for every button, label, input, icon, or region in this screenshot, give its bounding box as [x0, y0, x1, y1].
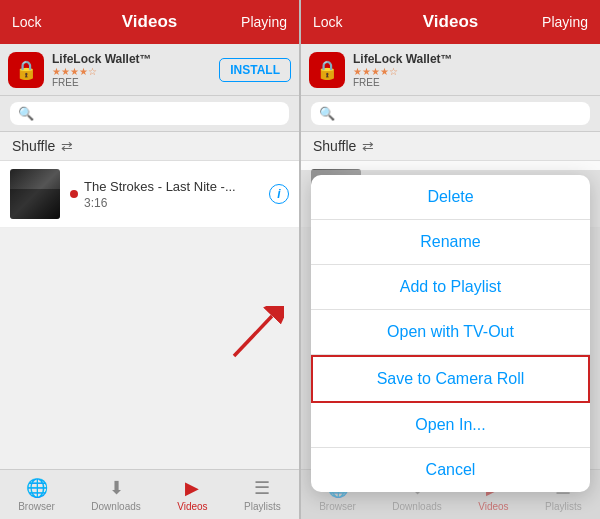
ad-banner-left: 🔒 LifeLock Wallet™ ★★★★☆ FREE INSTALL: [0, 44, 299, 96]
ad-name-left: LifeLock Wallet™: [52, 52, 219, 66]
ad-text-left: LifeLock Wallet™ ★★★★☆ FREE: [52, 52, 219, 88]
videos-icon-left: ▶: [185, 477, 199, 499]
context-add-to-playlist[interactable]: Add to Playlist: [311, 265, 590, 310]
shuffle-label-right[interactable]: Shuffle: [313, 138, 356, 154]
search-icon-left: 🔍: [18, 106, 34, 121]
context-open-tv-out[interactable]: Open with TV-Out: [311, 310, 590, 355]
search-bar-left: 🔍: [0, 96, 299, 132]
svg-line-1: [234, 316, 272, 356]
shuffle-row-right: Shuffle ⇄: [301, 132, 600, 161]
shuffle-icon-right[interactable]: ⇄: [362, 138, 374, 154]
downloads-icon-left: ⬇: [109, 477, 124, 499]
ad-text-right: LifeLock Wallet™ ★★★★☆ FREE: [353, 52, 592, 88]
screen-title-right: Videos: [423, 12, 478, 32]
tab-bar-left: 🌐 Browser ⬇ Downloads ▶ Videos ☰ Playlis…: [0, 469, 299, 519]
right-screen: Lock Videos Playing 🔒 LifeLock Wallet™ ★…: [301, 0, 600, 519]
track-title-left: The Strokes - Last Nite -...: [84, 179, 269, 194]
screen-title-left: Videos: [122, 12, 177, 32]
context-delete[interactable]: Delete: [311, 175, 590, 220]
red-arrow-svg: [214, 306, 284, 361]
browser-icon-left: 🌐: [26, 477, 48, 499]
playing-label-left: Playing: [227, 14, 287, 30]
ad-icon-right: 🔒: [309, 52, 345, 88]
top-bar-left: Lock Videos Playing: [0, 0, 299, 44]
search-bar-right: 🔍: [301, 96, 600, 132]
ad-free-right: FREE: [353, 77, 592, 88]
ad-stars-left: ★★★★☆: [52, 66, 219, 77]
ad-name-right: LifeLock Wallet™: [353, 52, 592, 66]
track-duration-left: 3:16: [84, 196, 269, 210]
lock-button-right[interactable]: Lock: [313, 14, 373, 30]
context-cancel[interactable]: Cancel: [311, 448, 590, 492]
shuffle-row-left: Shuffle ⇄: [0, 132, 299, 161]
arrow-annotation: [214, 306, 284, 365]
search-input-wrap-left: 🔍: [10, 102, 289, 125]
context-menu: Delete Rename Add to Playlist Open with …: [311, 175, 590, 492]
search-icon-right: 🔍: [319, 106, 335, 121]
tab-downloads-label-left: Downloads: [91, 501, 140, 512]
playing-label-right: Playing: [528, 14, 588, 30]
tab-videos-left[interactable]: ▶ Videos: [177, 477, 207, 512]
track-item-left[interactable]: The Strokes - Last Nite -... 3:16 i: [0, 161, 299, 228]
shuffle-icon-left[interactable]: ⇄: [61, 138, 73, 154]
tab-browser-label-left: Browser: [18, 501, 55, 512]
tab-browser-left[interactable]: 🌐 Browser: [18, 477, 55, 512]
info-icon-left[interactable]: i: [269, 184, 289, 204]
track-playing-dot-left: [70, 190, 78, 198]
track-thumbnail-left: [10, 169, 60, 219]
ad-icon-left: 🔒: [8, 52, 44, 88]
install-button-left[interactable]: INSTALL: [219, 58, 291, 82]
tab-downloads-left[interactable]: ⬇ Downloads: [91, 477, 140, 512]
track-info-left: The Strokes - Last Nite -... 3:16: [84, 179, 269, 210]
context-rename[interactable]: Rename: [311, 220, 590, 265]
shuffle-label-left[interactable]: Shuffle: [12, 138, 55, 154]
ad-stars-right: ★★★★☆: [353, 66, 592, 77]
tab-playlists-label-left: Playlists: [244, 501, 281, 512]
tab-videos-label-left: Videos: [177, 501, 207, 512]
context-save-camera-roll[interactable]: Save to Camera Roll: [311, 355, 590, 403]
ad-free-left: FREE: [52, 77, 219, 88]
search-input-wrap-right: 🔍: [311, 102, 590, 125]
ad-banner-right: 🔒 LifeLock Wallet™ ★★★★☆ FREE: [301, 44, 600, 96]
context-open-in[interactable]: Open In...: [311, 403, 590, 448]
playlists-icon-left: ☰: [254, 477, 270, 499]
tab-playlists-left[interactable]: ☰ Playlists: [244, 477, 281, 512]
lock-button-left[interactable]: Lock: [12, 14, 72, 30]
top-bar-right: Lock Videos Playing: [301, 0, 600, 44]
left-screen: Lock Videos Playing 🔒 LifeLock Wallet™ ★…: [0, 0, 299, 519]
